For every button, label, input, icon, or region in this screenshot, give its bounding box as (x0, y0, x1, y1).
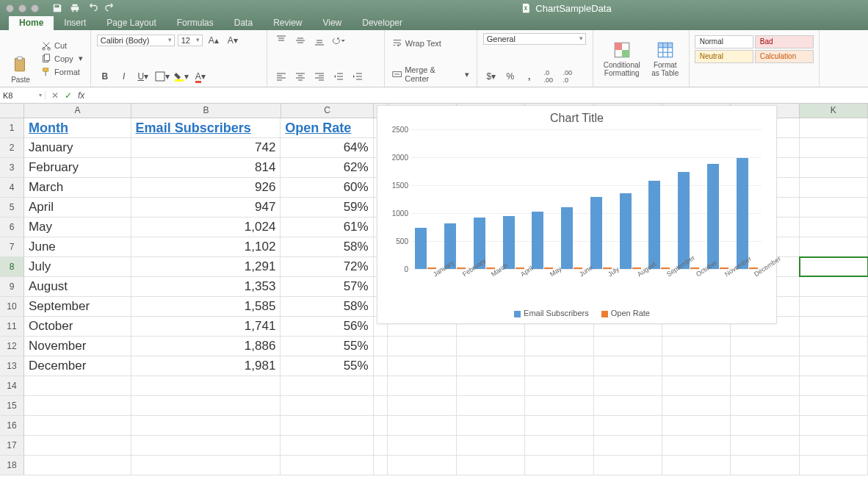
cell-C1[interactable]: Open Rate (281, 118, 373, 137)
cell-C3[interactable]: 62% (281, 158, 373, 177)
cell-C18[interactable] (281, 456, 373, 475)
cell-K6[interactable] (800, 218, 868, 237)
font-color-button[interactable]: A▾ (192, 69, 209, 84)
cell-B14[interactable] (131, 376, 281, 395)
style-calculation[interactable]: Calculation (755, 50, 814, 63)
cell-E15[interactable] (388, 396, 456, 415)
increase-decimal-icon[interactable]: .0.00 (540, 69, 557, 84)
cell-K13[interactable] (800, 356, 868, 376)
print-icon[interactable] (70, 3, 80, 13)
cell-C4[interactable]: 60% (281, 178, 373, 197)
name-box[interactable]: K8 (0, 91, 46, 100)
style-normal[interactable]: Normal (695, 35, 753, 48)
row-header-4[interactable]: 4 (0, 178, 24, 197)
conditional-formatting-button[interactable]: Conditional Formatting (599, 40, 645, 77)
borders-button[interactable]: ▾ (154, 69, 170, 84)
cell-K18[interactable] (800, 456, 868, 475)
cell-C6[interactable]: 61% (281, 218, 373, 237)
copy-button[interactable]: Copy ▾ (40, 53, 84, 65)
cell-G16[interactable] (525, 416, 593, 435)
cell-E16[interactable] (388, 416, 456, 435)
cell-A1[interactable]: Month (24, 118, 131, 137)
zoom-window-icon[interactable] (31, 4, 39, 12)
percent-icon[interactable]: % (502, 69, 518, 84)
cell-E13[interactable] (388, 356, 456, 376)
cell-I16[interactable] (662, 416, 731, 435)
cell-A15[interactable] (24, 396, 131, 415)
tab-data[interactable]: Data (224, 15, 263, 30)
cell-H16[interactable] (594, 416, 662, 435)
bar-email-subscribers[interactable] (532, 212, 543, 269)
cell-B3[interactable]: 814 (131, 158, 281, 177)
row-header-7[interactable]: 7 (0, 237, 24, 256)
bar-email-subscribers[interactable] (561, 207, 573, 269)
tab-view[interactable]: View (312, 15, 352, 30)
cell-H14[interactable] (594, 376, 662, 395)
cell-D15[interactable] (374, 396, 388, 415)
row-header-5[interactable]: 5 (0, 198, 24, 217)
cell-D16[interactable] (374, 416, 388, 435)
row-header-18[interactable]: 18 (0, 456, 24, 475)
cell-K14[interactable] (800, 376, 868, 395)
paste-button[interactable]: Paste (6, 33, 35, 84)
close-window-icon[interactable] (6, 4, 14, 12)
cell-F14[interactable] (457, 376, 525, 395)
cell-C12[interactable]: 55% (281, 337, 373, 356)
cell-A16[interactable] (24, 416, 131, 435)
cell-K17[interactable] (800, 436, 868, 455)
cell-K11[interactable] (800, 317, 868, 336)
decrease-indent-icon[interactable] (330, 69, 347, 84)
cell-H15[interactable] (594, 396, 662, 415)
cell-G13[interactable] (525, 356, 593, 376)
row-header-8[interactable]: 8 (0, 257, 24, 276)
cell-B5[interactable]: 947 (131, 198, 281, 217)
bar-email-subscribers[interactable] (737, 158, 748, 269)
fx-icon[interactable]: fx (78, 90, 84, 101)
cell-I18[interactable] (662, 456, 731, 475)
align-middle-icon[interactable] (292, 33, 308, 48)
cell-D14[interactable] (374, 376, 388, 395)
cell-H12[interactable] (594, 337, 662, 356)
cell-D13[interactable] (374, 356, 388, 376)
cell-A5[interactable]: April (24, 198, 131, 217)
row-header-11[interactable]: 11 (0, 317, 24, 336)
cell-C8[interactable]: 72% (281, 257, 373, 276)
row-header-2[interactable]: 2 (0, 138, 24, 157)
bar-email-subscribers[interactable] (648, 181, 660, 269)
cell-G14[interactable] (525, 376, 593, 395)
cell-C9[interactable]: 57% (281, 277, 373, 296)
cell-F15[interactable] (457, 396, 525, 415)
bar-email-subscribers[interactable] (707, 164, 719, 269)
cell-C13[interactable]: 55% (281, 356, 373, 376)
cell-B16[interactable] (131, 416, 281, 435)
decrease-decimal-icon[interactable]: .00.0 (560, 69, 576, 84)
align-bottom-icon[interactable] (311, 33, 328, 48)
cell-K4[interactable] (800, 178, 868, 197)
align-right-icon[interactable] (311, 69, 328, 84)
merge-center-button[interactable]: Merge & Center ▾ (391, 65, 471, 84)
tab-developer[interactable]: Developer (352, 15, 413, 30)
increase-indent-icon[interactable] (350, 69, 366, 84)
cell-D12[interactable] (374, 337, 388, 356)
bar-email-subscribers[interactable] (590, 197, 602, 269)
cell-J16[interactable] (731, 416, 799, 435)
column-header-B[interactable]: B (131, 104, 281, 118)
cell-J18[interactable] (731, 456, 799, 475)
cell-K12[interactable] (800, 337, 868, 356)
cell-C10[interactable]: 58% (281, 297, 373, 316)
cell-H18[interactable] (594, 456, 662, 475)
column-header-C[interactable]: C (281, 104, 374, 118)
cell-C2[interactable]: 64% (281, 138, 373, 157)
number-format-select[interactable]: General (483, 33, 586, 45)
cell-A8[interactable]: July (24, 257, 131, 276)
redo-icon[interactable] (105, 3, 115, 13)
tab-page-layout[interactable]: Page Layout (96, 15, 166, 30)
cell-J17[interactable] (731, 436, 799, 455)
cell-F17[interactable] (457, 436, 525, 455)
cell-A7[interactable]: June (24, 237, 131, 256)
format-painter-button[interactable]: Format (40, 66, 84, 78)
cell-A17[interactable] (24, 436, 131, 455)
bar-email-subscribers[interactable] (415, 228, 427, 269)
cell-I13[interactable] (662, 356, 731, 376)
cell-J12[interactable] (731, 337, 799, 356)
